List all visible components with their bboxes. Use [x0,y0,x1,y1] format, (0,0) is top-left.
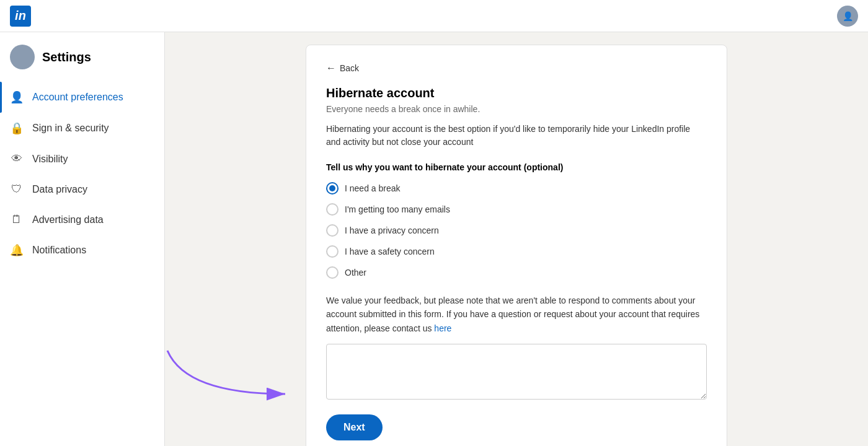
sidebar-item-sign-in-security[interactable]: 🔒 Sign in & security [0,113,164,144]
page-layout: Settings 👤 Account preferences 🔒 Sign in… [0,32,868,446]
radio-label-safety-concern: I have a safety concern [345,247,435,256]
advertising-data-icon: 🗒 [10,213,24,226]
radio-option-safety-concern[interactable]: I have a safety concern [326,245,707,258]
navbar: in 👤 [0,0,868,32]
hibernate-subtitle: Everyone needs a break once in awhile. [326,104,707,114]
radio-circle-need-break [326,182,339,195]
radio-option-privacy-concern[interactable]: I have a privacy concern [326,224,707,237]
back-arrow-icon: ← [326,63,336,74]
sidebar-item-advertising-data[interactable]: 🗒 Advertising data [0,204,164,235]
sidebar-header: Settings [0,45,164,82]
radio-label-other: Other [345,268,366,278]
linkedin-logo[interactable]: in [10,6,31,27]
account-preferences-label: Account preferences [32,92,123,103]
radio-label-too-many-emails: I'm getting too many emails [345,204,450,214]
account-preferences-icon: 👤 [10,90,24,104]
feedback-text: We value your feedback, but please note … [326,294,707,335]
sidebar-item-notifications[interactable]: 🔔 Notifications [0,235,164,266]
radio-option-too-many-emails[interactable]: I'm getting too many emails [326,203,707,216]
sidebar-item-data-privacy[interactable]: 🛡 Data privacy [0,174,164,204]
radio-circle-privacy-concern [326,224,339,237]
radio-circle-too-many-emails [326,203,339,216]
contact-here-link[interactable]: here [434,323,451,333]
visibility-icon: 👁 [10,152,24,165]
hibernate-card: ← Back Hibernate account Everyone needs … [306,45,727,446]
back-label: Back [340,63,359,73]
feedback-textarea[interactable] [326,344,707,400]
visibility-label: Visibility [32,154,68,165]
data-privacy-icon: 🛡 [10,183,24,196]
sign-in-security-icon: 🔒 [10,121,24,135]
radio-label-need-break: I need a break [345,183,401,193]
next-button[interactable]: Next [326,414,383,440]
main-content: ← Back Hibernate account Everyone needs … [165,32,868,446]
tell-us-label: Tell us why you want to hibernate your a… [326,162,707,172]
notifications-icon: 🔔 [10,243,24,257]
user-avatar-nav[interactable]: 👤 [837,6,858,27]
radio-option-need-break[interactable]: I need a break [326,182,707,195]
sidebar-item-account-preferences[interactable]: 👤 Account preferences [0,82,164,113]
radio-label-privacy-concern: I have a privacy concern [345,225,439,235]
settings-title: Settings [42,50,91,64]
sidebar-item-visibility[interactable]: 👁 Visibility [0,144,164,174]
data-privacy-label: Data privacy [32,184,87,195]
sidebar-avatar [10,45,35,69]
radio-group: I need a break I'm getting too many emai… [326,182,707,279]
sidebar: Settings 👤 Account preferences 🔒 Sign in… [0,32,165,446]
back-button[interactable]: ← Back [326,63,359,74]
radio-circle-safety-concern [326,245,339,258]
notifications-label: Notifications [32,245,86,256]
hibernate-title: Hibernate account [326,86,707,100]
advertising-data-label: Advertising data [32,214,104,225]
sign-in-security-label: Sign in & security [32,123,109,134]
radio-circle-other [326,266,339,279]
hibernate-description: Hibernating your account is the best opt… [326,123,707,149]
radio-option-other[interactable]: Other [326,266,707,279]
